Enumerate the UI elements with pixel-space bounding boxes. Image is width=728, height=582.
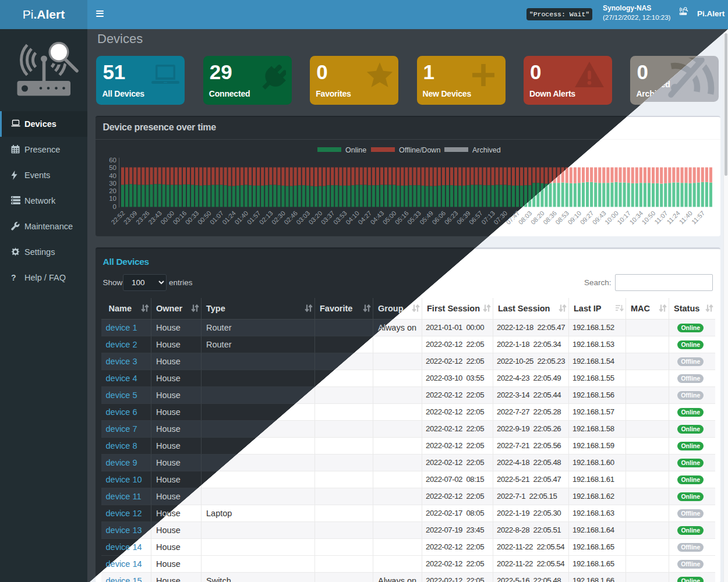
svg-text:08:03: 08:03: [517, 210, 533, 226]
svg-text:00:33: 00:33: [183, 210, 200, 226]
svg-text:05:16: 05:16: [393, 210, 409, 226]
svg-text:08:53: 08:53: [554, 210, 570, 226]
svg-text:10:00: 10:00: [603, 210, 619, 226]
svg-text:01:57: 01:57: [245, 210, 261, 226]
svg-text:02:30: 02:30: [270, 210, 286, 226]
svg-text:04:27: 04:27: [356, 210, 373, 226]
svg-text:23:26: 23:26: [134, 210, 150, 226]
svg-text:04:10: 04:10: [344, 210, 361, 226]
svg-text:03:37: 03:37: [319, 210, 335, 226]
svg-text:02:46: 02:46: [282, 210, 299, 226]
svg-text:10:50: 10:50: [640, 210, 656, 226]
svg-text:11:07: 11:07: [653, 210, 669, 225]
svg-text:10:34: 10:34: [628, 210, 644, 226]
svg-text:02:13: 02:13: [257, 210, 274, 226]
svg-text:00:00: 00:00: [159, 210, 175, 226]
svg-text:11:24: 11:24: [665, 210, 681, 225]
svg-text:10: 10: [109, 195, 116, 202]
svg-text:04:43: 04:43: [369, 210, 385, 226]
svg-text:06:23: 06:23: [443, 210, 459, 226]
svg-text:01:07: 01:07: [208, 210, 224, 226]
svg-text:03:53: 03:53: [331, 210, 348, 226]
svg-text:05:00: 05:00: [381, 210, 397, 226]
svg-text:22:52: 22:52: [109, 210, 126, 226]
svg-text:20: 20: [109, 187, 116, 194]
svg-text:09:43: 09:43: [591, 210, 607, 226]
svg-text:01:24: 01:24: [221, 210, 237, 226]
svg-text:11:57: 11:57: [690, 210, 705, 225]
svg-text:09:10: 09:10: [566, 210, 582, 226]
svg-text:Online: Online: [345, 146, 366, 154]
svg-text:07:13: 07:13: [480, 210, 496, 226]
svg-text:09:27: 09:27: [578, 210, 595, 226]
svg-text:10:17: 10:17: [616, 210, 632, 226]
svg-text:23:43: 23:43: [147, 210, 163, 226]
svg-text:0: 0: [112, 203, 116, 210]
svg-text:40: 40: [109, 172, 116, 179]
svg-text:00:50: 00:50: [196, 210, 212, 226]
svg-text:06:57: 06:57: [467, 210, 483, 226]
svg-text:?: ?: [11, 273, 16, 282]
svg-text:03:20: 03:20: [307, 210, 323, 226]
svg-text:00:16: 00:16: [171, 210, 188, 226]
svg-text:30: 30: [109, 180, 116, 187]
svg-text:60: 60: [109, 157, 116, 164]
svg-text:05:49: 05:49: [418, 210, 434, 226]
svg-text:Offline/Down: Offline/Down: [399, 146, 440, 154]
svg-text:11:40: 11:40: [677, 210, 693, 225]
svg-text:08:36: 08:36: [542, 210, 558, 226]
svg-text:06:39: 06:39: [455, 210, 471, 226]
svg-text:01:40: 01:40: [233, 210, 249, 226]
svg-text:50: 50: [109, 164, 116, 171]
svg-text:05:33: 05:33: [405, 210, 422, 226]
svg-text:08:20: 08:20: [529, 210, 545, 226]
svg-text:23:09: 23:09: [122, 210, 138, 226]
svg-text:03:03: 03:03: [295, 210, 311, 226]
svg-text:Archived: Archived: [472, 146, 501, 154]
svg-text:06:06: 06:06: [430, 210, 447, 226]
